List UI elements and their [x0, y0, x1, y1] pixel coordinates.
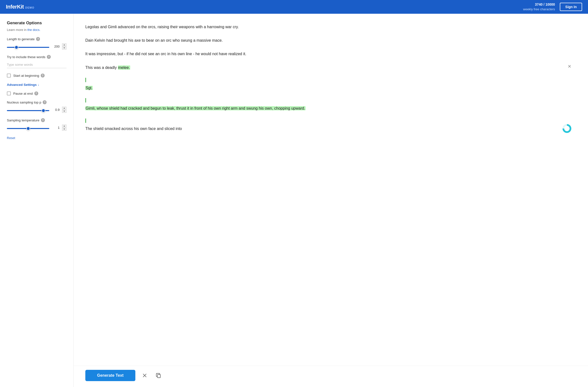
nucleus-label-row: Nucleus sampling top p ? [7, 100, 66, 104]
paragraph-5: Sgt. [85, 85, 576, 91]
paragraph-4: This was a deadly melee. [85, 64, 576, 71]
nucleus-slider-container [7, 108, 49, 112]
svg-rect-2 [157, 374, 160, 378]
nucleus-spinner: ▲ ▼ [62, 107, 66, 113]
pause-at-end-row: Pause at end ? [7, 91, 66, 95]
length-decrement[interactable]: ▼ [62, 47, 66, 49]
learn-more-text: Learn more in the docs. [7, 28, 66, 32]
sign-in-button[interactable]: Sign In [560, 3, 582, 11]
length-slider-row: 200 ▲ ▼ [7, 43, 66, 49]
header-right: 3740 / 10000 weekly free characters Sign… [523, 2, 582, 12]
temp-slider-container [7, 126, 49, 130]
nucleus-value: 0.9 [52, 108, 60, 112]
bottom-toolbar: Generate Text [74, 366, 588, 387]
generated-section: ✕ This was a deadly melee. Sgt. [85, 64, 576, 132]
copy-button[interactable] [154, 371, 163, 380]
start-at-beginning-row: Start at beginning ? [7, 74, 66, 78]
nucleus-slider[interactable] [7, 110, 49, 111]
green-bar-2 [85, 98, 576, 104]
x-icon [142, 373, 147, 378]
nucleus-label: Nucleus sampling top p [7, 101, 41, 104]
chars-used: 3740 / 10000 [535, 2, 555, 6]
words-label: Try to include these words [7, 55, 45, 59]
words-help-icon[interactable]: ? [47, 55, 51, 59]
generate-button[interactable]: Generate Text [85, 370, 135, 381]
logo-name: InferKit [6, 4, 24, 10]
chars-label: weekly free characters [523, 7, 555, 11]
paragraph-3: It was impressive, but - if he did not s… [85, 50, 576, 57]
sidebar: Generate Options Learn more in the docs.… [0, 14, 74, 387]
loading-spinner [563, 124, 571, 133]
reset-link[interactable]: Reset [7, 136, 66, 140]
length-help-icon[interactable]: ? [36, 37, 40, 41]
highlight-sgt: Sgt. [85, 86, 93, 90]
temp-label: Sampling temperature [7, 118, 40, 122]
paragraph-1: Legolas and Gimli advanced on the orcs, … [85, 23, 576, 30]
pause-at-end-checkbox[interactable] [7, 91, 11, 95]
temp-slider[interactable] [7, 128, 49, 129]
temp-spinner: ▲ ▼ [62, 125, 66, 131]
length-label: Length to generate [7, 37, 35, 41]
docs-link[interactable]: the docs. [27, 28, 41, 32]
temp-label-row: Sampling temperature ? [7, 118, 66, 122]
copy-icon [156, 373, 161, 378]
length-value: 200 [52, 45, 60, 48]
logo: InferKit DEMO [6, 4, 34, 10]
start-at-beginning-checkbox[interactable] [7, 74, 11, 78]
start-beginning-help-icon[interactable]: ? [41, 74, 45, 78]
advanced-settings-link[interactable]: Advanced Settings ↓ [7, 83, 39, 86]
words-label-row: Try to include these words ? [7, 55, 66, 59]
length-spinner: ▲ ▼ [62, 43, 66, 49]
length-slider[interactable] [7, 47, 49, 48]
nucleus-help-icon[interactable]: ? [43, 100, 47, 104]
length-slider-container [7, 44, 49, 49]
temp-slider-row: 1 ▲ ▼ [7, 125, 66, 131]
content-area: Legolas and Gimli advanced on the orcs, … [74, 14, 588, 387]
close-generated-button[interactable]: ✕ [568, 64, 571, 69]
paragraph-2: Dain Kelvin had brought his axe to bear … [85, 37, 576, 44]
nucleus-increment[interactable]: ▲ [62, 107, 66, 110]
temp-increment[interactable]: ▲ [62, 125, 66, 128]
char-counter: 3740 / 10000 weekly free characters [523, 2, 555, 12]
main-layout: Generate Options Learn more in the docs.… [0, 14, 588, 387]
clear-button[interactable] [140, 371, 149, 380]
app-header: InferKit DEMO 3740 / 10000 weekly free c… [0, 0, 588, 14]
temp-decrement[interactable]: ▼ [62, 128, 66, 131]
paragraph-6: Gimli, whose shield had cracked and begu… [85, 105, 576, 112]
start-at-beginning-label: Start at beginning ? [13, 74, 45, 78]
length-increment[interactable]: ▲ [62, 43, 66, 46]
temp-help-icon[interactable]: ? [41, 118, 45, 122]
temp-value: 1 [52, 126, 60, 129]
logo-demo: DEMO [25, 6, 34, 9]
text-editor[interactable]: Legolas and Gimli advanced on the orcs, … [74, 14, 588, 366]
pause-at-end-label: Pause at end ? [13, 91, 38, 95]
sidebar-title: Generate Options [7, 21, 66, 25]
nucleus-decrement[interactable]: ▼ [62, 110, 66, 113]
green-bar-1 [85, 78, 576, 83]
words-input[interactable] [7, 61, 66, 68]
highlight-melee: melee. [118, 65, 130, 70]
paragraph-7: The shield smacked across his own face a… [85, 125, 576, 132]
green-bar-3 [85, 118, 576, 124]
pause-help-icon[interactable]: ? [34, 91, 38, 95]
nucleus-slider-row: 0.9 ▲ ▼ [7, 107, 66, 113]
length-label-row: Length to generate ? [7, 37, 66, 41]
highlight-gimli: Gimli, whose shield had cracked and begu… [85, 106, 306, 110]
